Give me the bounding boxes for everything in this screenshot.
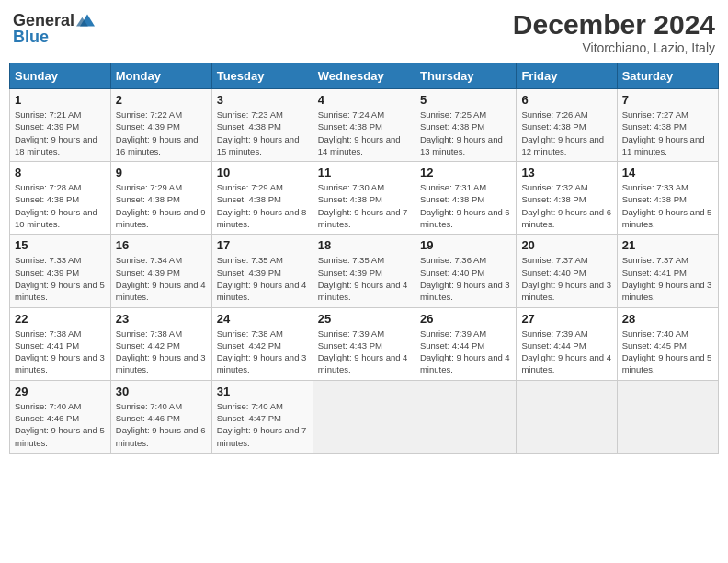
day-number: 18 [318, 238, 410, 252]
calendar-cell: 23Sunrise: 7:38 AMSunset: 4:42 PMDayligh… [110, 307, 211, 380]
calendar-cell: 3Sunrise: 7:23 AMSunset: 4:38 PMDaylight… [211, 89, 313, 162]
calendar-cell: 15Sunrise: 7:33 AMSunset: 4:39 PMDayligh… [10, 235, 111, 307]
day-number: 19 [420, 238, 511, 252]
day-info: Sunrise: 7:40 AMSunset: 4:46 PMDaylight:… [15, 400, 106, 449]
page-header: General Blue December 2024 Vitorchiano, … [9, 9, 719, 55]
day-number: 26 [420, 312, 511, 326]
logo-blue-text: Blue [13, 28, 49, 47]
logo: General Blue [13, 9, 98, 47]
calendar-cell: 21Sunrise: 7:37 AMSunset: 4:41 PMDayligh… [617, 235, 718, 307]
day-number: 28 [622, 312, 713, 326]
day-info: Sunrise: 7:21 AMSunset: 4:39 PMDaylight:… [15, 109, 106, 157]
calendar-cell: 26Sunrise: 7:39 AMSunset: 4:44 PMDayligh… [415, 307, 516, 380]
month-title: December 2024 [513, 9, 715, 40]
calendar-header-friday: Friday [517, 63, 617, 89]
day-info: Sunrise: 7:29 AMSunset: 4:38 PMDaylight:… [116, 181, 207, 230]
day-number: 27 [521, 312, 611, 326]
day-info: Sunrise: 7:37 AMSunset: 4:41 PMDaylight:… [622, 254, 713, 303]
day-number: 15 [15, 238, 106, 252]
calendar-cell: 6Sunrise: 7:26 AMSunset: 4:38 PMDaylight… [517, 89, 617, 162]
day-info: Sunrise: 7:30 AMSunset: 4:38 PMDaylight:… [318, 181, 410, 230]
calendar-cell [313, 380, 415, 453]
day-info: Sunrise: 7:26 AMSunset: 4:38 PMDaylight:… [521, 109, 611, 157]
day-info: Sunrise: 7:38 AMSunset: 4:42 PMDaylight:… [116, 327, 207, 376]
day-number: 14 [622, 166, 713, 179]
day-info: Sunrise: 7:40 AMSunset: 4:47 PMDaylight:… [217, 400, 308, 449]
calendar-cell: 28Sunrise: 7:40 AMSunset: 4:45 PMDayligh… [617, 307, 718, 380]
calendar-header-thursday: Thursday [415, 63, 516, 89]
day-number: 30 [116, 385, 207, 398]
day-number: 1 [15, 93, 106, 107]
day-info: Sunrise: 7:38 AMSunset: 4:41 PMDaylight:… [15, 327, 106, 376]
day-info: Sunrise: 7:33 AMSunset: 4:39 PMDaylight:… [15, 254, 106, 303]
day-info: Sunrise: 7:37 AMSunset: 4:40 PMDaylight:… [521, 254, 611, 303]
day-number: 2 [116, 93, 207, 107]
calendar-cell: 2Sunrise: 7:22 AMSunset: 4:39 PMDaylight… [110, 89, 211, 162]
day-info: Sunrise: 7:35 AMSunset: 4:39 PMDaylight:… [318, 254, 410, 303]
day-info: Sunrise: 7:39 AMSunset: 4:44 PMDaylight:… [420, 327, 511, 376]
calendar-cell [517, 380, 617, 453]
day-number: 24 [217, 312, 308, 326]
day-number: 25 [318, 312, 410, 326]
day-info: Sunrise: 7:31 AMSunset: 4:38 PMDaylight:… [420, 181, 511, 230]
day-number: 29 [15, 385, 106, 398]
calendar-header-sunday: Sunday [10, 63, 111, 89]
calendar-cell: 13Sunrise: 7:32 AMSunset: 4:38 PMDayligh… [517, 162, 617, 235]
day-info: Sunrise: 7:33 AMSunset: 4:38 PMDaylight:… [622, 181, 713, 230]
day-info: Sunrise: 7:36 AMSunset: 4:40 PMDaylight:… [420, 254, 511, 303]
calendar-cell: 9Sunrise: 7:29 AMSunset: 4:38 PMDaylight… [110, 162, 211, 235]
day-number: 31 [217, 385, 308, 398]
calendar-cell: 11Sunrise: 7:30 AMSunset: 4:38 PMDayligh… [313, 162, 415, 235]
day-info: Sunrise: 7:27 AMSunset: 4:38 PMDaylight:… [622, 109, 713, 157]
location-title: Vitorchiano, Lazio, Italy [513, 40, 715, 55]
calendar-header-wednesday: Wednesday [313, 63, 415, 89]
calendar-header-tuesday: Tuesday [211, 63, 313, 89]
title-block: December 2024 Vitorchiano, Lazio, Italy [513, 9, 715, 55]
calendar-cell: 30Sunrise: 7:40 AMSunset: 4:46 PMDayligh… [110, 380, 211, 453]
day-number: 6 [521, 93, 611, 107]
calendar-cell [415, 380, 516, 453]
day-number: 11 [318, 166, 410, 179]
calendar-week-row: 22Sunrise: 7:38 AMSunset: 4:41 PMDayligh… [10, 307, 719, 380]
calendar-cell: 31Sunrise: 7:40 AMSunset: 4:47 PMDayligh… [211, 380, 313, 453]
day-info: Sunrise: 7:22 AMSunset: 4:39 PMDaylight:… [116, 109, 207, 157]
calendar-cell: 24Sunrise: 7:38 AMSunset: 4:42 PMDayligh… [211, 307, 313, 380]
day-info: Sunrise: 7:25 AMSunset: 4:38 PMDaylight:… [420, 109, 511, 157]
day-number: 22 [15, 312, 106, 326]
day-number: 10 [217, 166, 308, 179]
calendar-cell: 27Sunrise: 7:39 AMSunset: 4:44 PMDayligh… [517, 307, 617, 380]
calendar-header-saturday: Saturday [617, 63, 718, 89]
day-info: Sunrise: 7:34 AMSunset: 4:39 PMDaylight:… [116, 254, 207, 303]
day-info: Sunrise: 7:29 AMSunset: 4:38 PMDaylight:… [217, 181, 308, 230]
day-number: 16 [116, 238, 207, 252]
calendar-cell: 29Sunrise: 7:40 AMSunset: 4:46 PMDayligh… [10, 380, 111, 453]
day-number: 3 [217, 93, 308, 107]
day-number: 12 [420, 166, 511, 179]
calendar-cell: 12Sunrise: 7:31 AMSunset: 4:38 PMDayligh… [415, 162, 516, 235]
calendar-table: SundayMondayTuesdayWednesdayThursdayFrid… [9, 63, 719, 454]
calendar-week-row: 8Sunrise: 7:28 AMSunset: 4:38 PMDaylight… [10, 162, 719, 235]
day-number: 21 [622, 238, 713, 252]
day-number: 23 [116, 312, 207, 326]
day-info: Sunrise: 7:39 AMSunset: 4:44 PMDaylight:… [521, 327, 611, 376]
calendar-week-row: 29Sunrise: 7:40 AMSunset: 4:46 PMDayligh… [10, 380, 719, 453]
calendar-cell: 1Sunrise: 7:21 AMSunset: 4:39 PMDaylight… [10, 89, 111, 162]
calendar-cell: 19Sunrise: 7:36 AMSunset: 4:40 PMDayligh… [415, 235, 516, 307]
day-info: Sunrise: 7:35 AMSunset: 4:39 PMDaylight:… [217, 254, 308, 303]
day-number: 9 [116, 166, 207, 179]
day-info: Sunrise: 7:23 AMSunset: 4:38 PMDaylight:… [217, 109, 308, 157]
calendar-cell: 20Sunrise: 7:37 AMSunset: 4:40 PMDayligh… [517, 235, 617, 307]
calendar-cell: 5Sunrise: 7:25 AMSunset: 4:38 PMDaylight… [415, 89, 516, 162]
day-number: 17 [217, 238, 308, 252]
day-number: 20 [521, 238, 611, 252]
calendar-cell: 22Sunrise: 7:38 AMSunset: 4:41 PMDayligh… [10, 307, 111, 380]
calendar-week-row: 1Sunrise: 7:21 AMSunset: 4:39 PMDaylight… [10, 89, 719, 162]
day-number: 13 [521, 166, 611, 179]
calendar-cell: 25Sunrise: 7:39 AMSunset: 4:43 PMDayligh… [313, 307, 415, 380]
calendar-cell: 8Sunrise: 7:28 AMSunset: 4:38 PMDaylight… [10, 162, 111, 235]
calendar-cell: 7Sunrise: 7:27 AMSunset: 4:38 PMDaylight… [617, 89, 718, 162]
day-number: 7 [622, 93, 713, 107]
calendar-cell: 18Sunrise: 7:35 AMSunset: 4:39 PMDayligh… [313, 235, 415, 307]
day-info: Sunrise: 7:40 AMSunset: 4:46 PMDaylight:… [116, 400, 207, 449]
day-info: Sunrise: 7:40 AMSunset: 4:45 PMDaylight:… [622, 327, 713, 376]
